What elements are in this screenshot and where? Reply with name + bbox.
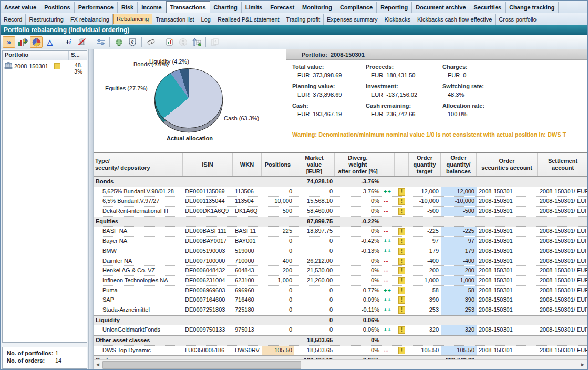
cell-sec bbox=[477, 316, 538, 325]
cell-wkn: 604843 bbox=[233, 266, 262, 275]
table-row[interactable]: Bayer NADE000BAY0017BAY00100-0.42%++!979… bbox=[94, 237, 587, 246]
column-header-bal[interactable]: Order quantity/ balances bbox=[441, 153, 477, 176]
table-row[interactable]: Daimler NADE000710000071000040026,212.00… bbox=[94, 256, 587, 266]
subtab-rebalancing[interactable]: Rebalancing bbox=[113, 14, 152, 24]
tab-transactions[interactable]: Transactions bbox=[166, 1, 210, 13]
column-header-switching[interactable]: S... bbox=[69, 51, 87, 60]
buy-sell-icon[interactable]: BS bbox=[177, 36, 189, 48]
exclude-positions-icon[interactable] bbox=[76, 36, 88, 48]
subtab-trading-profit[interactable]: Trading profit bbox=[283, 14, 324, 25]
subtab-realised-p-l-statement[interactable]: Realised P&L statement bbox=[214, 14, 283, 25]
subtab-kickbacks-cash-flow-effective[interactable]: Kickbacks cash flow effective bbox=[414, 14, 496, 25]
column-header-qty[interactable]: Order quantity target bbox=[409, 153, 441, 176]
cell-bal bbox=[441, 336, 477, 345]
tab-forecast[interactable]: Forecast bbox=[266, 2, 298, 13]
column-header-portfolio[interactable]: Portfolio bbox=[3, 51, 54, 60]
table-row[interactable]: Liquidity00.06% bbox=[94, 315, 587, 326]
table-row[interactable]: DWS Top DynamicLU0350005186DWS0RV105.501… bbox=[94, 346, 587, 356]
table-row[interactable]: BASF NADE000BASF111BASF1122518,897.750%-… bbox=[94, 227, 587, 237]
cell-bal[interactable]: 320 bbox=[441, 325, 477, 335]
tab-limits[interactable]: Limits bbox=[242, 2, 266, 13]
column-header-warn[interactable] bbox=[395, 153, 409, 176]
tab-asset-value[interactable]: Asset value bbox=[1, 2, 40, 13]
tab-charting[interactable]: Charting bbox=[210, 2, 242, 13]
horizontal-scrollbar[interactable]: ◄ ► bbox=[94, 359, 587, 369]
subtab-fx-rebalancing[interactable]: FX rebalancing bbox=[67, 14, 113, 25]
subtab-record[interactable]: Record bbox=[1, 14, 26, 25]
cell-bal[interactable]: 179 bbox=[441, 246, 477, 256]
table-row[interactable]: PumaDE000696960369696000-0.77%++!5858200… bbox=[94, 286, 587, 296]
tab-performance[interactable]: Performance bbox=[75, 2, 118, 13]
cell-bal[interactable]: -200 bbox=[441, 266, 477, 275]
table-row[interactable]: Equities87,899.75-0.22% bbox=[94, 217, 587, 227]
column-header-trend[interactable] bbox=[381, 153, 395, 176]
delta-icon[interactable]: △ bbox=[44, 36, 56, 48]
tab-risk[interactable]: Risk bbox=[118, 2, 138, 13]
portfolio-list-item[interactable]: 2008-150301 48.3% bbox=[3, 60, 87, 75]
cell-bal[interactable]: -400 bbox=[441, 256, 477, 266]
column-header-name[interactable]: Type/ security/ depository bbox=[94, 153, 183, 176]
column-header-mv[interactable]: Market value [EUR] bbox=[294, 153, 335, 176]
column-header-isin[interactable]: ISIN bbox=[183, 153, 233, 176]
column-header-settle[interactable]: Settlement account bbox=[538, 153, 587, 176]
cell-bal[interactable]: -500 bbox=[441, 207, 477, 216]
add-order-icon[interactable] bbox=[112, 36, 125, 48]
subtab-expenses-summary[interactable]: Expenses summary bbox=[324, 14, 381, 25]
tab-change-tracking[interactable]: Change tracking bbox=[506, 2, 559, 13]
subtab-cross-portfolio[interactable]: Cross-portfolio bbox=[496, 14, 540, 25]
copy-orders-icon[interactable]: € bbox=[209, 36, 221, 48]
table-row[interactable]: BMWDE000519000351900000-0.13%++!17917920… bbox=[94, 246, 587, 256]
cell-bal[interactable]: -105.50 bbox=[441, 346, 477, 355]
scrollbar-thumb[interactable] bbox=[102, 361, 301, 369]
table-row[interactable]: Bonds74,028.10-3.76% bbox=[94, 177, 587, 187]
tab-reporting[interactable]: Reporting bbox=[377, 2, 412, 13]
tab-positions[interactable]: Positions bbox=[40, 2, 75, 13]
scroll-left-arrow-icon[interactable]: ◄ bbox=[94, 361, 102, 368]
subtab-restructuring[interactable]: Restructuring bbox=[26, 14, 67, 25]
tab-income[interactable]: Income bbox=[138, 2, 166, 13]
panel-splitter[interactable] bbox=[88, 49, 94, 369]
tab-securities[interactable]: Securities bbox=[470, 2, 506, 13]
cell-bal[interactable]: 253 bbox=[441, 305, 477, 315]
tab-compliance[interactable]: Compliance bbox=[336, 2, 377, 13]
table-row[interactable]: SAPDE0007164600716460000.09%++!390390200… bbox=[94, 295, 587, 305]
tab-monitoring[interactable]: Monitoring bbox=[298, 2, 336, 13]
allocation-chart-icon[interactable] bbox=[16, 36, 29, 48]
table-row[interactable]: DekaRent-international TFDE000DK1A6Q9DK1… bbox=[94, 207, 587, 217]
table-row[interactable]: UnionGeldmarktFondsDE0009750133975013000… bbox=[94, 325, 587, 335]
table-row[interactable]: Cash193,467.190.25%236,742.66 bbox=[94, 355, 587, 359]
subtab-transaction-list[interactable]: Transaction list bbox=[152, 14, 198, 25]
cell-bal[interactable]: -1,000 bbox=[441, 276, 477, 285]
cell-trend: -- bbox=[381, 227, 395, 236]
cell-bal[interactable]: 390 bbox=[441, 295, 477, 305]
subtab-kickbacks[interactable]: Kickbacks bbox=[381, 14, 415, 25]
column-header-div[interactable]: Diverg. weight after order [%] bbox=[335, 153, 381, 176]
euro-badge-icon[interactable]: € bbox=[126, 36, 139, 48]
table-row[interactable]: 6,5% Bundanl.V.97/27DE000113504411350410… bbox=[94, 197, 587, 207]
eraser-icon[interactable] bbox=[145, 36, 157, 48]
cell-bal[interactable]: 12,000 bbox=[441, 187, 477, 197]
table-row[interactable]: 5,625% Bundanl.V.98/01.28DE0001135069113… bbox=[94, 187, 587, 197]
cell-bal[interactable]: -10,000 bbox=[441, 197, 477, 206]
cell-isin: DE0001135044 bbox=[183, 197, 233, 206]
import-orders-icon[interactable] bbox=[190, 36, 203, 48]
pie-chart-icon[interactable] bbox=[30, 36, 43, 48]
cell-bal[interactable]: -225 bbox=[441, 227, 477, 236]
column-header-status[interactable] bbox=[54, 51, 69, 60]
add-info-icon[interactable]: +i bbox=[62, 36, 75, 48]
subtab-log[interactable]: Log bbox=[198, 14, 214, 25]
column-header-wkn[interactable]: WKN bbox=[233, 153, 262, 176]
table-row[interactable]: Infineon Technologies NADE00062310046231… bbox=[94, 276, 587, 286]
column-header-pos[interactable]: Positions bbox=[262, 153, 294, 176]
scroll-right-arrow-icon[interactable]: ► bbox=[579, 361, 587, 368]
table-row[interactable]: Henkel AG & Co. VZDE00060484326048432002… bbox=[94, 266, 587, 276]
order-settings-icon[interactable] bbox=[94, 36, 107, 48]
generate-orders-icon[interactable] bbox=[163, 36, 176, 48]
expand-panel-icon[interactable]: » bbox=[3, 36, 15, 48]
cell-bal[interactable]: 97 bbox=[441, 237, 477, 246]
table-row[interactable]: Stada-ArzneimittelDE000725180372518000-0… bbox=[94, 305, 587, 315]
cell-bal[interactable]: 58 bbox=[441, 286, 477, 295]
table-row[interactable]: Other asset classes18,503.650% bbox=[94, 335, 587, 346]
tab-document-archive[interactable]: Document archive bbox=[412, 2, 470, 13]
column-header-sec[interactable]: Order securities account bbox=[477, 153, 538, 176]
